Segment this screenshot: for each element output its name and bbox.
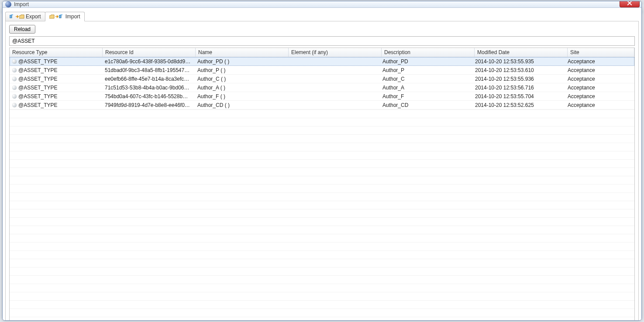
cell-resource-id: 754bd0a4-607c-43fc-b146-5528b… [102, 92, 195, 100]
cell-resource-type: @ASSET_TYPE [10, 92, 102, 100]
cell-description: Author_C [380, 75, 472, 83]
resource-icon [12, 68, 17, 72]
cell-description: Author_PD [380, 57, 472, 65]
cell-resource-type-text: @ASSET_TYPE [18, 102, 58, 108]
window-title: Import [14, 1, 620, 7]
cell-element [287, 83, 380, 92]
cell-name: Author_A ( ) [195, 83, 287, 92]
results-grid[interactable]: Resource Type Resource Id Name Element (… [9, 48, 635, 321]
export-icon [10, 14, 24, 19]
col-resource-id[interactable]: Resource Id [103, 48, 196, 57]
cell-site: Acceptance [565, 57, 634, 65]
tab-import[interactable]: Import [45, 12, 85, 21]
cell-resource-id: 51dbad0f-9bc3-48a5-8fb1-195547… [102, 66, 195, 74]
cell-modified-date: 2014-10-20 12:53:53.610 [472, 66, 565, 74]
cell-resource-type-text: @ASSET_TYPE [18, 58, 58, 65]
toolbar: Reload [9, 25, 635, 34]
table-row[interactable]: @ASSET_TYPE51dbad0f-9bc3-48a5-8fb1-19554… [10, 66, 634, 75]
cell-name: Author_C ( ) [195, 75, 287, 83]
cell-resource-type: @ASSET_TYPE [10, 83, 102, 92]
table-row[interactable]: @ASSET_TYPE71c51d53-53b8-4b4a-b0ac-9bd06… [10, 83, 634, 92]
tab-import-label: Import [65, 14, 80, 20]
import-icon [49, 14, 64, 19]
resource-icon [12, 59, 17, 64]
import-pane: Reload Resource Type Resource Id Name El… [5, 21, 639, 321]
filter-row [9, 36, 635, 46]
resource-icon [12, 103, 17, 107]
resource-icon [12, 77, 17, 81]
cell-element [287, 57, 380, 65]
cell-element [287, 92, 380, 100]
grid-body[interactable]: @ASSET_TYPEe1c780a6-9cc6-438f-9385-0d8dd… [10, 57, 634, 321]
close-button[interactable] [620, 1, 640, 7]
grid-header: Resource Type Resource Id Name Element (… [10, 48, 634, 57]
cell-element [287, 75, 380, 83]
cell-element [287, 66, 380, 74]
cell-modified-date: 2014-10-20 12:53:55.935 [472, 57, 565, 65]
col-site[interactable]: Site [568, 48, 634, 57]
cell-resource-type: @ASSET_TYPE [10, 75, 102, 83]
titlebar[interactable]: Import [3, 1, 641, 8]
cell-resource-type: @ASSET_TYPE [10, 101, 102, 109]
cell-site: Acceptance [565, 66, 634, 74]
cell-description: Author_P [380, 66, 472, 74]
cell-modified-date: 2014-10-20 12:53:55.704 [472, 92, 565, 100]
tab-export[interactable]: Export [5, 12, 45, 21]
table-row[interactable]: @ASSET_TYPE754bd0a4-607c-43fc-b146-5528b… [10, 92, 634, 101]
cell-resource-type-text: @ASSET_TYPE [18, 93, 58, 99]
cell-resource-id: 7949fd9d-8919-4d7e-b8e8-ee46f0… [102, 101, 195, 109]
table-row[interactable]: @ASSET_TYPEe1c780a6-9cc6-438f-9385-0d8dd… [10, 57, 634, 66]
svg-rect-2 [59, 15, 61, 18]
filter-input[interactable] [9, 36, 635, 46]
cell-resource-id: e1c780a6-9cc6-438f-9385-0d8dd9… [102, 57, 195, 65]
col-name[interactable]: Name [196, 48, 289, 57]
cell-site: Acceptance [565, 92, 634, 100]
close-icon [627, 1, 632, 6]
cell-description: Author_F [380, 92, 472, 100]
cell-resource-type-text: @ASSET_TYPE [18, 85, 58, 91]
cell-name: Author_F ( ) [195, 92, 287, 100]
cell-name: Author_CD ( ) [195, 101, 287, 109]
col-element[interactable]: Element (if any) [289, 48, 382, 57]
table-row[interactable]: @ASSET_TYPEee0efb66-8ffe-45e7-b14a-8ca3e… [10, 75, 634, 83]
reload-button[interactable]: Reload [9, 25, 35, 34]
cell-modified-date: 2014-10-20 12:53:55.936 [472, 75, 565, 83]
cell-description: Author_CD [380, 101, 472, 109]
svg-rect-3 [60, 14, 62, 15]
cell-resource-id: 71c51d53-53b8-4b4a-b0ac-9bd06… [102, 83, 195, 92]
cell-resource-type: @ASSET_TYPE [10, 66, 102, 74]
cell-modified-date: 2014-10-20 12:53:52.625 [472, 101, 565, 109]
cell-resource-type: @ASSET_TYPE [10, 57, 102, 65]
resource-icon [12, 86, 17, 90]
cell-site: Acceptance [565, 83, 634, 92]
cell-modified-date: 2014-10-20 12:53:56.716 [472, 83, 565, 92]
tabstrip: Export Import [5, 10, 639, 21]
cell-resource-id: ee0efb66-8ffe-45e7-b14a-8ca3efc… [102, 75, 195, 83]
tab-export-label: Export [26, 14, 41, 20]
col-modified-date[interactable]: Modified Date [475, 48, 568, 57]
cell-name: Author_PD ( ) [195, 57, 287, 65]
resource-icon [12, 94, 17, 99]
dialog-window: Import Export I [2, 1, 642, 321]
cell-resource-type-text: @ASSET_TYPE [18, 76, 58, 82]
col-resource-type[interactable]: Resource Type [10, 48, 103, 57]
cell-description: Author_A [380, 83, 472, 92]
svg-rect-1 [11, 14, 13, 15]
app-icon [5, 1, 11, 7]
cell-site: Acceptance [565, 75, 634, 83]
cell-site: Acceptance [565, 101, 634, 109]
cell-element [287, 101, 380, 109]
col-description[interactable]: Description [382, 48, 475, 57]
cell-resource-type-text: @ASSET_TYPE [18, 67, 58, 73]
dialog-content: Export Import Reload Resource Type [3, 8, 641, 321]
svg-rect-0 [10, 15, 12, 18]
table-row[interactable]: @ASSET_TYPE7949fd9d-8919-4d7e-b8e8-ee46f… [10, 101, 634, 110]
cell-name: Author_P ( ) [195, 66, 287, 74]
